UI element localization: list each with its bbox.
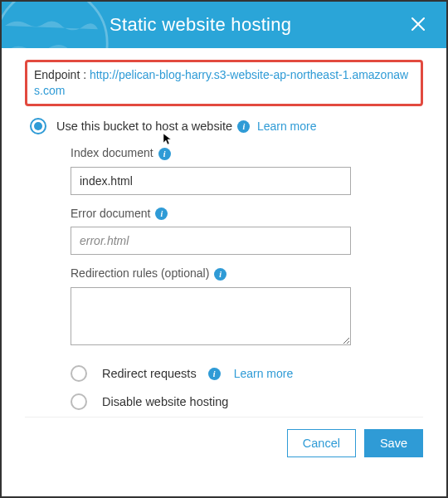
learn-more-link[interactable]: Learn more (257, 120, 317, 133)
endpoint-box: Endpoint : http://pelican-blog-harry.s3-… (25, 60, 423, 106)
index-document-input[interactable] (71, 167, 351, 195)
radio-host-website[interactable] (30, 118, 46, 134)
globe-bg-icon (2, 2, 110, 48)
redirection-label: Redirection rules (optional) i (71, 266, 423, 281)
option-host-label: Use this bucket to host a website (56, 120, 232, 133)
info-icon[interactable]: i (158, 148, 171, 160)
option-disable-label: Disable website hosting (102, 395, 228, 408)
cursor-icon (163, 133, 173, 146)
redirection-rules-input[interactable] (71, 287, 351, 345)
lower-options: Redirect requests i Learn more Disable w… (71, 365, 423, 410)
dialog-footer: Cancel Save (2, 417, 446, 471)
dialog-title: Static website hosting (110, 14, 291, 36)
save-button[interactable]: Save (364, 429, 423, 457)
error-document-input[interactable] (71, 227, 351, 255)
endpoint-label: Endpoint : (34, 68, 90, 81)
dialog-content: Endpoint : http://pelican-blog-harry.s3-… (2, 48, 446, 417)
host-form-section: Index document i Error document i Redire… (71, 146, 423, 410)
dialog-header: Static website hosting (2, 2, 446, 48)
option-redirect-label: Redirect requests (102, 367, 197, 380)
radio-disable[interactable] (71, 393, 87, 410)
option-redirect[interactable]: Redirect requests i Learn more (71, 365, 423, 382)
info-icon[interactable]: i (208, 368, 221, 380)
close-icon[interactable] (410, 14, 426, 36)
option-host-website[interactable]: Use this bucket to host a website i Lear… (30, 118, 423, 134)
endpoint-link[interactable]: http://pelican-blog-harry.s3-website-ap-… (34, 68, 408, 97)
info-icon[interactable]: i (155, 208, 168, 220)
option-disable[interactable]: Disable website hosting (71, 393, 423, 410)
info-icon[interactable]: i (237, 120, 250, 133)
error-doc-label: Error document i (71, 207, 423, 221)
learn-more-link[interactable]: Learn more (234, 367, 294, 380)
index-doc-label: Index document i (71, 146, 423, 160)
radio-redirect[interactable] (71, 365, 87, 382)
info-icon[interactable]: i (214, 268, 226, 281)
cancel-button[interactable]: Cancel (287, 429, 356, 457)
